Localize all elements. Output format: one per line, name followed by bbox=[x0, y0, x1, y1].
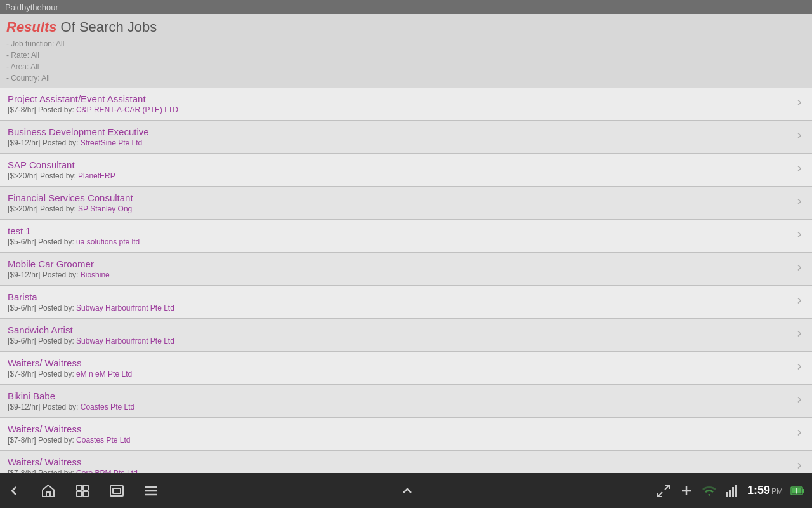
job-title: Waiters/ Waitress bbox=[8, 424, 787, 434]
company-name[interactable]: ua solutions pte ltd bbox=[76, 237, 140, 246]
time-display: 1:59 PM bbox=[747, 484, 783, 497]
job-list-item[interactable]: Financial Services Consultant[$>20/hr] P… bbox=[0, 187, 812, 220]
job-list-item[interactable]: Waiters/ Waitress[$7-8/hr] Posted by: Co… bbox=[0, 418, 812, 451]
back-button[interactable] bbox=[6, 483, 22, 498]
job-rate: [$5-6/hr] bbox=[8, 304, 36, 312]
chevron-right-icon bbox=[794, 163, 804, 177]
job-list-item[interactable]: Project Assistant/Event Assistant[$7-8/h… bbox=[0, 88, 812, 121]
job-rate: [$5-6/hr] bbox=[8, 237, 36, 246]
chevron-right-icon bbox=[794, 262, 804, 276]
job-rate: [$7-8/hr] bbox=[8, 370, 36, 378]
svg-rect-4 bbox=[83, 491, 88, 497]
job-title: SAP Consultant bbox=[8, 159, 787, 170]
company-name[interactable]: eM n eM Pte Ltd bbox=[76, 370, 132, 378]
posted-by-label: Posted by: bbox=[40, 204, 78, 213]
chevron-right-icon bbox=[794, 97, 804, 110]
menu-button[interactable] bbox=[143, 483, 159, 498]
job-title: Financial Services Consultant bbox=[8, 192, 787, 203]
signal-icon bbox=[724, 483, 740, 498]
job-meta: [$5-6/hr] Posted by: Subway Harbourfront… bbox=[8, 304, 787, 312]
job-title: Bikini Babe bbox=[8, 391, 787, 401]
up-button[interactable] bbox=[400, 483, 415, 498]
nav-right-group: 1:59 PM bbox=[656, 483, 806, 498]
job-meta: [$7-8/hr] Posted by: Coastes Pte Ltd bbox=[8, 436, 787, 444]
title-bar: Paidbythehour bbox=[0, 0, 812, 14]
svg-rect-19 bbox=[802, 489, 804, 493]
job-list-item[interactable]: Waiters/ Waitress[$7-8/hr] Posted by: eM… bbox=[0, 352, 812, 385]
posted-by-label: Posted by: bbox=[38, 237, 76, 246]
job-list-item[interactable]: Barista[$5-6/hr] Posted by: Subway Harbo… bbox=[0, 286, 812, 319]
home-button[interactable] bbox=[41, 483, 56, 498]
company-name[interactable]: Coastes Pte Ltd bbox=[81, 403, 134, 411]
posted-by-label: Posted by: bbox=[38, 304, 76, 312]
job-rate: [$9-12/hr] bbox=[8, 403, 40, 411]
job-list-item[interactable]: Business Development Executive[$9-12/hr]… bbox=[0, 121, 812, 154]
chevron-right-icon bbox=[794, 295, 804, 309]
job-title: Project Assistant/Event Assistant bbox=[8, 93, 787, 104]
posted-by-label: Posted by: bbox=[38, 337, 76, 345]
posted-by-label: Posted by: bbox=[40, 171, 78, 180]
company-name[interactable]: Coastes Pte Ltd bbox=[76, 436, 130, 444]
posted-by-label: Posted by: bbox=[38, 105, 76, 114]
company-name[interactable]: Subway Harbourfront Pte Ltd bbox=[76, 304, 174, 312]
app-title: Paidbythehour bbox=[5, 3, 58, 12]
job-list-item[interactable]: Sandwich Artist[$5-6/hr] Posted by: Subw… bbox=[0, 319, 812, 352]
svg-rect-3 bbox=[77, 491, 82, 497]
job-rate: [$>20/hr] bbox=[8, 171, 38, 180]
company-name[interactable]: Subway Harbourfront Pte Ltd bbox=[76, 337, 174, 345]
clock-ampm: PM bbox=[771, 487, 783, 496]
job-rate: [$7-8/hr] bbox=[8, 469, 36, 473]
job-rate: [$5-6/hr] bbox=[8, 337, 36, 345]
job-meta: [$7-8/hr] Posted by: C&P RENT-A-CAR (PTE… bbox=[8, 105, 787, 114]
svg-rect-15 bbox=[729, 490, 731, 497]
screenshot-button[interactable] bbox=[109, 483, 124, 498]
job-meta: [$>20/hr] Posted by: PlanetERP bbox=[8, 171, 787, 180]
job-title: Waiters/ Waitress bbox=[8, 358, 787, 368]
job-title: Barista bbox=[8, 291, 787, 302]
chevron-right-icon bbox=[794, 328, 804, 342]
posted-by-label: Posted by: bbox=[43, 403, 81, 411]
clock-time: 1:59 bbox=[747, 484, 770, 497]
filter-info: - Job function: All- Rate: All- Area: Al… bbox=[6, 38, 806, 84]
job-list-item[interactable]: Mobile Car Groomer[$9-12/hr] Posted by: … bbox=[0, 253, 812, 286]
job-meta: [$9-12/hr] Posted by: StreetSine Pte Ltd bbox=[8, 138, 787, 147]
job-rate: [$9-12/hr] bbox=[8, 138, 40, 147]
job-list-item[interactable]: SAP Consultant[$>20/hr] Posted by: Plane… bbox=[0, 154, 812, 187]
job-title: Sandwich Artist bbox=[8, 324, 787, 335]
job-title: Business Development Executive bbox=[8, 126, 787, 137]
wifi-icon bbox=[702, 483, 717, 498]
posted-by-label: Posted by: bbox=[38, 370, 76, 378]
job-list-item[interactable]: Bikini Babe[$9-12/hr] Posted by: Coastes… bbox=[0, 385, 812, 418]
company-name[interactable]: StreetSine Pte Ltd bbox=[81, 138, 142, 147]
company-name[interactable]: Core BPM Pte Ltd bbox=[76, 469, 138, 473]
svg-rect-2 bbox=[83, 485, 88, 490]
chevron-right-icon bbox=[794, 130, 804, 144]
company-name[interactable]: SP Stanley Ong bbox=[78, 204, 132, 213]
svg-rect-6 bbox=[113, 488, 121, 493]
chevron-right-icon bbox=[794, 427, 804, 441]
battery-icon bbox=[790, 483, 806, 498]
job-meta: [$>20/hr] Posted by: SP Stanley Ong bbox=[8, 204, 787, 213]
job-list: Project Assistant/Event Assistant[$7-8/h… bbox=[0, 88, 812, 473]
job-meta: [$5-6/hr] Posted by: ua solutions pte lt… bbox=[8, 237, 787, 246]
company-name[interactable]: C&P RENT-A-CAR (PTE) LTD bbox=[76, 105, 178, 114]
recent-apps-button[interactable] bbox=[75, 483, 90, 498]
posted-by-label: Posted by: bbox=[43, 271, 81, 279]
posted-by-label: Posted by: bbox=[38, 469, 76, 473]
svg-rect-14 bbox=[726, 492, 728, 497]
job-meta: [$9-12/hr] Posted by: Bioshine bbox=[8, 271, 787, 279]
company-name[interactable]: PlanetERP bbox=[78, 171, 115, 180]
posted-by-label: Posted by: bbox=[43, 138, 81, 147]
job-list-item[interactable]: test 1[$5-6/hr] Posted by: ua solutions … bbox=[0, 220, 812, 253]
job-list-item[interactable]: Waiters/ Waitress[$7-8/hr] Posted by: Co… bbox=[0, 451, 812, 473]
job-rate: [$>20/hr] bbox=[8, 204, 38, 213]
job-title: Waiters/ Waitress bbox=[8, 457, 787, 467]
job-title: Mobile Car Groomer bbox=[8, 258, 787, 269]
nav-bar: 1:59 PM bbox=[0, 473, 812, 508]
company-name[interactable]: Bioshine bbox=[81, 271, 110, 279]
job-rate: [$9-12/hr] bbox=[8, 271, 40, 279]
plus-icon bbox=[679, 483, 694, 498]
svg-rect-16 bbox=[732, 487, 734, 497]
job-meta: [$7-8/hr] Posted by: Core BPM Pte Ltd bbox=[8, 469, 787, 473]
svg-line-11 bbox=[658, 492, 662, 497]
